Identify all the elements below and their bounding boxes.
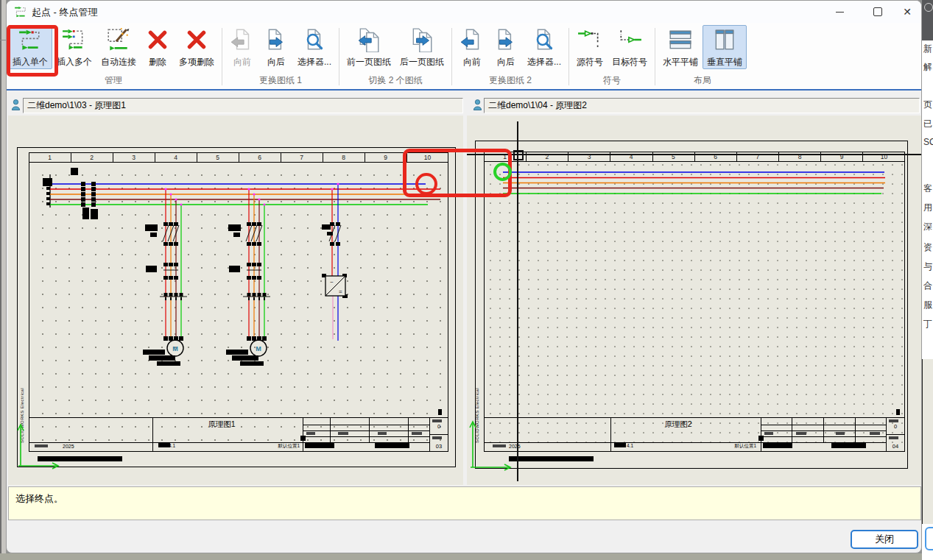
tile-vertical-button[interactable]: 垂直平铺 bbox=[703, 25, 747, 69]
svg-text:0: 0 bbox=[894, 423, 897, 430]
svg-text:4.1: 4.1 bbox=[627, 443, 633, 448]
dialog-window: 起点 - 终点管理 ✕ 插入单个 插入多个 自动连接删除多项删除管理向前向后 选… bbox=[6, 0, 922, 553]
toolbar-button-label: 向后 bbox=[497, 56, 515, 68]
close-icon[interactable]: ✕ bbox=[892, 1, 922, 23]
window-title: 起点 - 终点管理 bbox=[32, 6, 98, 19]
status-message: 选择终点。 bbox=[8, 486, 921, 520]
svg-text:~: ~ bbox=[330, 279, 334, 286]
insert-single-button[interactable]: 插入单个 bbox=[8, 25, 52, 69]
background-button-fragment bbox=[925, 527, 933, 550]
svg-text:原理图2: 原理图2 bbox=[664, 419, 692, 428]
maximize-icon[interactable] bbox=[862, 1, 893, 23]
user-icon bbox=[473, 99, 482, 111]
toolbar-button-label: 多项删除 bbox=[179, 56, 214, 68]
page-selector-icon bbox=[532, 27, 557, 55]
multi-delete-button[interactable]: 多项删除 bbox=[175, 25, 219, 69]
toolbar-button-label: 自动连接 bbox=[101, 56, 136, 68]
ruler-number: 7 bbox=[300, 154, 303, 161]
auto-connect-button[interactable]: 自动连接 bbox=[96, 25, 141, 69]
delete-x-icon bbox=[145, 27, 170, 55]
toolbar-button-label: 向前 bbox=[233, 56, 251, 68]
title-bar[interactable]: 起点 - 终点管理 ✕ bbox=[7, 1, 921, 23]
page-selector-icon bbox=[302, 27, 327, 55]
left-sheet-path-field[interactable]: 二维demo\1\03 - 原理图1 bbox=[23, 98, 463, 113]
user-icon bbox=[11, 99, 21, 111]
toolbar-group-label: 更换图纸 1 bbox=[225, 74, 336, 89]
insert-multiple-icon bbox=[62, 27, 87, 55]
ruler-number: 4 bbox=[174, 154, 177, 161]
toolbar-button-label: 目标符号 bbox=[612, 56, 647, 68]
toolbar-button-label: 源符号 bbox=[577, 56, 603, 68]
toolbar-group: 源符号 目标符号符号 bbox=[572, 24, 652, 89]
background-text-fragment: 用 bbox=[923, 202, 933, 214]
source-symbol-icon bbox=[577, 27, 602, 55]
sheet2-next-button[interactable]: 向后 bbox=[489, 25, 523, 69]
toolbar-button-label: 选择器... bbox=[297, 56, 331, 68]
close-button[interactable]: 关闭 bbox=[851, 530, 918, 549]
toolbar-separator bbox=[222, 28, 222, 85]
toolbar-group: 向前向后 选择器...更换图纸 1 bbox=[225, 24, 336, 89]
delete-button[interactable]: 删除 bbox=[141, 25, 175, 69]
sheet2-prev-button[interactable]: 向前 bbox=[455, 25, 489, 69]
crosshair-horizontal bbox=[467, 154, 921, 155]
toolbar-button-label: 选择器... bbox=[527, 56, 561, 68]
next-sheet-icon bbox=[409, 27, 434, 55]
toolbar-group: 前一页图纸后一页图纸切换 2 个图纸 bbox=[342, 24, 448, 89]
svg-text:原理图1: 原理图1 bbox=[208, 419, 236, 428]
tile-horizontal-button[interactable]: 水平平铺 bbox=[658, 25, 703, 69]
toolbar-button-label: 后一页图纸 bbox=[400, 56, 444, 68]
page-forward-icon bbox=[493, 27, 518, 55]
toolbar-group-label: 布局 bbox=[658, 74, 747, 89]
cursor-pick-box bbox=[513, 150, 524, 160]
svg-text:2025: 2025 bbox=[63, 444, 74, 449]
background-text-fragment: 丁 bbox=[923, 318, 933, 330]
toolbar-button-label: 插入单个 bbox=[13, 56, 48, 68]
source-symbol-button[interactable]: 源符号 bbox=[572, 25, 608, 69]
toolbar-button-label: 向后 bbox=[267, 56, 285, 68]
right-sheet-path-field[interactable]: 二维demo\1\04 - 原理图2 bbox=[484, 98, 920, 113]
background-text-fragment: SO bbox=[923, 137, 933, 147]
background-text-fragment: 与 bbox=[923, 260, 933, 273]
minimize-icon[interactable] bbox=[824, 1, 855, 23]
ruler-number: 5 bbox=[216, 154, 219, 161]
background-text-fragment: 客 bbox=[923, 182, 933, 195]
ribbon-toolbar: 插入单个 插入多个 自动连接删除多项删除管理向前向后 选择器...更换图纸 1前… bbox=[7, 23, 921, 91]
svg-text:默认位置1: 默认位置1 bbox=[733, 443, 756, 449]
sheet1-prev-button[interactable]: 向前 bbox=[225, 25, 259, 69]
toolbar-button-label: 删除 bbox=[149, 56, 166, 68]
toolbar-group-label: 切换 2 个图纸 bbox=[342, 74, 448, 89]
sheet1-selector-button[interactable]: 选择器... bbox=[293, 25, 336, 69]
toolbar-group-label: 符号 bbox=[572, 74, 652, 89]
toolbar-button-label: 前一页图纸 bbox=[347, 56, 391, 68]
toolbar-group-label: 更换图纸 2 bbox=[455, 74, 566, 89]
left-schematic-panel[interactable]: 12345678910 bbox=[8, 116, 463, 485]
page-back-icon bbox=[230, 27, 255, 55]
target-symbol-button[interactable]: 目标符号 bbox=[608, 25, 652, 69]
left-schematic-canvas[interactable]: 12345678910 bbox=[8, 116, 463, 485]
ruler-number: 9 bbox=[384, 154, 387, 161]
next-sheet-button[interactable]: 后一页图纸 bbox=[395, 25, 448, 69]
brand-vertical-text: SOLIDWORKS Electrical bbox=[475, 388, 479, 443]
background-right-strip: 新解页已SO客用深资与合服丁 bbox=[922, 0, 933, 560]
toolbar-group: 水平平铺 垂直平铺布局 bbox=[658, 24, 747, 89]
toolbar-separator bbox=[451, 28, 452, 85]
right-schematic-panel[interactable]: 12345678910 原理图2 2025 4.1 默认位置1 0 04 bbox=[467, 116, 921, 485]
right-schematic-canvas[interactable]: 12345678910 原理图2 2025 4.1 默认位置1 0 04 bbox=[467, 116, 921, 485]
background-text-fragment: 合 bbox=[923, 280, 933, 292]
grid-dots bbox=[485, 163, 904, 451]
background-text-fragment: 深 bbox=[923, 221, 933, 233]
delete-x-icon bbox=[184, 27, 209, 55]
ruler-number: 6 bbox=[258, 154, 261, 161]
prev-sheet-button[interactable]: 前一页图纸 bbox=[342, 25, 395, 69]
toolbar-group: 插入单个 插入多个 自动连接删除多项删除管理 bbox=[8, 24, 219, 89]
toolbar-separator bbox=[568, 28, 569, 85]
background-text-fragment: 已 bbox=[923, 118, 933, 130]
background-text-fragment: 解 bbox=[923, 61, 933, 74]
toolbar-separator bbox=[655, 28, 655, 85]
page-back-icon bbox=[460, 27, 485, 55]
sheet1-next-button[interactable]: 向后 bbox=[259, 25, 293, 69]
sheet2-selector-button[interactable]: 选择器... bbox=[523, 25, 566, 69]
svg-text:2025: 2025 bbox=[509, 444, 521, 449]
insert-multiple-button[interactable]: 插入多个 bbox=[52, 25, 96, 69]
background-bottom-bar bbox=[0, 553, 933, 560]
